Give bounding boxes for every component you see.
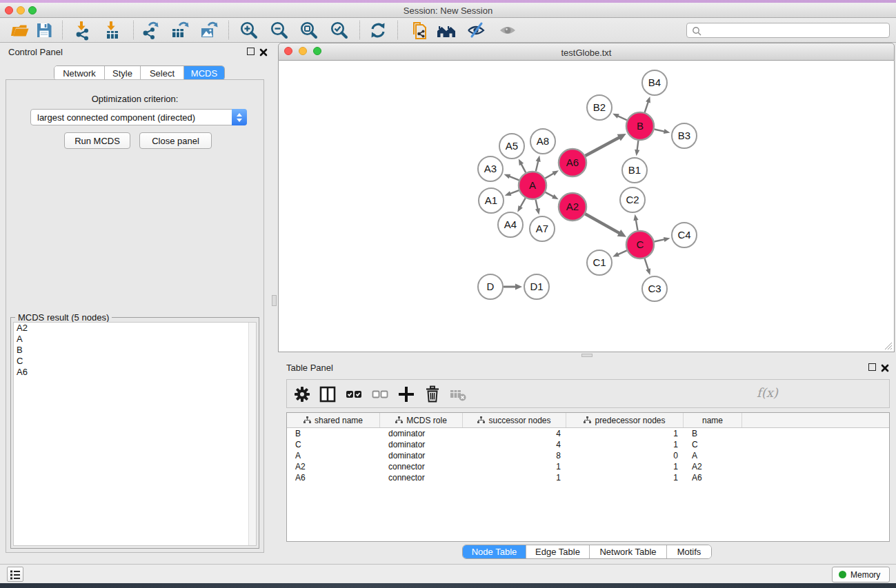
export-network-icon[interactable] (140, 20, 161, 41)
graph-edge[interactable] (655, 239, 665, 241)
graph-edge[interactable] (510, 190, 519, 194)
table-row[interactable]: A6connector11A6 (287, 472, 889, 483)
graph-edge[interactable] (655, 129, 665, 131)
tab-edge-table[interactable]: Edge Table (526, 545, 590, 558)
network-graph[interactable]: B4B2BB3A5A8A6A3B1AA1A2C2A4A7C4CC1C3DD1 (279, 61, 894, 351)
mcds-result-item[interactable]: C (14, 356, 256, 367)
tab-network-table[interactable]: Network Table (590, 545, 667, 558)
zoom-in-icon[interactable] (239, 20, 259, 41)
table-cell[interactable]: C (684, 439, 742, 450)
save-session-icon[interactable] (34, 20, 54, 41)
table-cell[interactable]: 1 (566, 461, 684, 472)
graph-edge[interactable] (636, 220, 638, 231)
network-window-titlebar[interactable]: testGlobe.txt (278, 43, 895, 61)
network-canvas[interactable]: B4B2BB3A5A8A6A3B1AA1A2C2A4A7C4CC1C3DD1 (278, 61, 895, 352)
graph-edge[interactable] (585, 137, 619, 156)
table-cell[interactable]: A2 (684, 461, 742, 472)
table-row[interactable]: Bdominator41B (287, 428, 889, 439)
table-cell[interactable]: A6 (684, 472, 742, 483)
graph-edge[interactable] (520, 198, 526, 207)
graph-edge[interactable] (509, 176, 519, 181)
table-cell[interactable]: B (684, 428, 742, 439)
tab-mcds[interactable]: MCDS (184, 66, 224, 80)
graph-edge[interactable] (536, 199, 538, 209)
graph-edge[interactable] (637, 141, 639, 150)
eye-icon[interactable] (497, 20, 518, 41)
select-all-icon[interactable] (344, 385, 364, 404)
graph-edge[interactable] (545, 173, 554, 178)
table-cell[interactable]: C (287, 439, 380, 450)
node-table[interactable]: shared name MCDS role successor nodes pr… (286, 412, 890, 542)
graph-edge[interactable] (645, 258, 648, 270)
split-panel-icon[interactable] (318, 385, 337, 404)
show-graphics-icon[interactable] (466, 20, 486, 41)
float-panel-icon[interactable] (868, 363, 876, 371)
column-header-shared-name[interactable]: shared name (287, 413, 380, 427)
table-cell[interactable]: 0 (566, 450, 684, 461)
resize-grip-icon[interactable] (884, 341, 893, 350)
table-cell[interactable]: connector (380, 461, 463, 472)
mcds-result-item[interactable]: A6 (14, 367, 256, 378)
import-network-icon[interactable] (72, 20, 93, 41)
table-cell[interactable]: connector (380, 472, 463, 483)
table-cell[interactable]: 1 (566, 428, 684, 439)
graph-edge[interactable] (618, 250, 627, 254)
tab-node-table[interactable]: Node Table (463, 545, 526, 558)
graph-edge[interactable] (645, 102, 648, 113)
delete-icon[interactable] (423, 385, 442, 404)
function-builder-icon[interactable]: f(x) (757, 385, 778, 400)
column-header-mcds-role[interactable]: MCDS role (380, 413, 463, 427)
graph-edge[interactable] (617, 116, 627, 120)
table-row[interactable]: A2connector11A2 (287, 461, 889, 472)
table-cell[interactable]: 8 (463, 450, 566, 461)
unselect-all-icon[interactable] (370, 385, 390, 404)
mcds-result-item[interactable]: A (14, 334, 256, 345)
table-cell[interactable]: A (287, 450, 380, 461)
table-cell[interactable]: B (287, 428, 380, 439)
search-input[interactable] (686, 23, 890, 38)
close-panel-icon[interactable] (259, 47, 268, 59)
table-row[interactable]: Adominator80A (287, 450, 889, 461)
zoom-out-icon[interactable] (269, 20, 290, 41)
import-table-icon[interactable] (102, 20, 123, 41)
close-panel-button[interactable]: Close panel (139, 132, 212, 149)
tab-motifs[interactable]: Motifs (667, 545, 711, 558)
table-row[interactable]: Cdominator41C (287, 439, 889, 450)
add-column-icon[interactable] (397, 385, 416, 404)
column-header-name[interactable]: name (684, 413, 742, 427)
mcds-result-list[interactable]: A2ABCA6 (13, 322, 257, 546)
splitter-handle[interactable] (272, 295, 277, 306)
refresh-icon[interactable] (368, 20, 388, 41)
table-cell[interactable]: dominator (380, 428, 463, 439)
graph-edge[interactable] (521, 164, 526, 173)
table-cell[interactable]: A (684, 450, 742, 461)
table-cell[interactable]: A6 (287, 472, 380, 483)
tab-style[interactable]: Style (105, 66, 141, 80)
zoom-selected-icon[interactable] (329, 20, 350, 41)
clear-table-icon[interactable] (448, 385, 468, 404)
tab-select[interactable]: Select (141, 66, 184, 80)
graph-edge[interactable] (546, 192, 554, 196)
splitter-handle[interactable] (581, 354, 593, 357)
duplicate-network-icon[interactable] (408, 20, 429, 41)
export-table-icon[interactable] (170, 20, 190, 41)
graph-edge[interactable] (585, 214, 619, 233)
export-image-icon[interactable] (199, 20, 219, 41)
table-cell[interactable]: 1 (463, 461, 566, 472)
table-cell[interactable]: 1 (463, 472, 566, 483)
run-mcds-button[interactable]: Run MCDS (64, 132, 130, 149)
criterion-dropdown[interactable]: largest connected component (directed) (30, 109, 247, 125)
home-icon[interactable] (436, 20, 457, 41)
memory-button[interactable]: Memory (832, 567, 890, 582)
table-cell[interactable]: A2 (287, 461, 380, 472)
open-session-icon[interactable] (9, 20, 30, 41)
table-cell[interactable]: dominator (380, 450, 463, 461)
mcds-result-item[interactable]: B (14, 345, 256, 356)
float-panel-icon[interactable] (247, 48, 255, 55)
table-cell[interactable]: 1 (566, 439, 684, 450)
column-header-predecessor-nodes[interactable]: predecessor nodes (566, 413, 684, 427)
zoom-fit-icon[interactable] (299, 20, 319, 41)
scrollbar-track[interactable] (248, 323, 256, 545)
graph-edge[interactable] (536, 161, 539, 171)
table-cell[interactable]: 4 (463, 428, 566, 439)
